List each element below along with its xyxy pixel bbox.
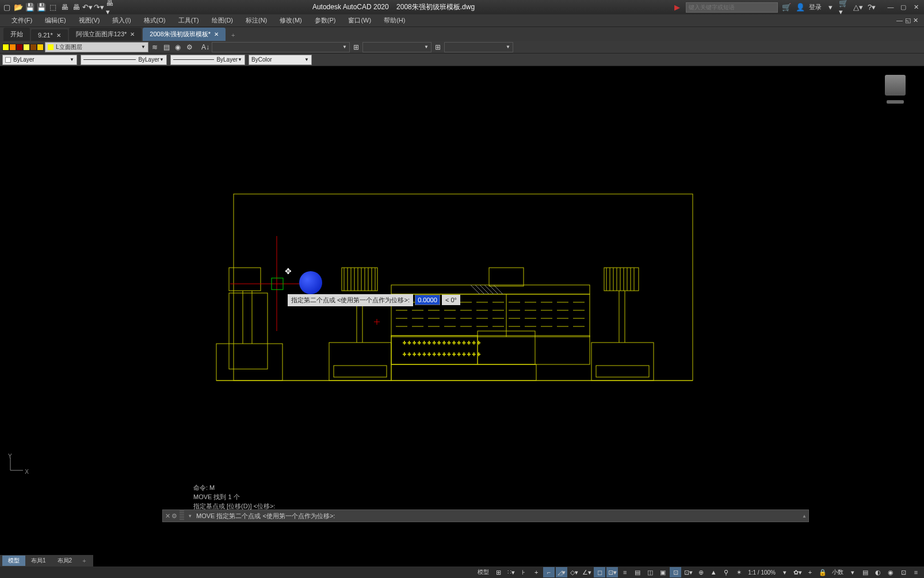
color-swatch[interactable] bbox=[9, 44, 16, 51]
menu-draw[interactable]: 绘图(D) bbox=[206, 14, 239, 26]
print-icon[interactable]: 🖶 bbox=[71, 3, 81, 12]
text-icon[interactable]: A↓ bbox=[200, 42, 211, 52]
filetab-library[interactable]: 阿强立面图库123*✕ bbox=[69, 28, 142, 41]
dim-icon[interactable]: ⊞ bbox=[351, 42, 361, 52]
saveas-icon[interactable]: 💾 bbox=[37, 3, 46, 12]
filetab-921[interactable]: 9.21*✕ bbox=[31, 29, 68, 41]
layer-prev-icon[interactable]: ◉ bbox=[173, 42, 183, 52]
layer-match-icon[interactable]: ▤ bbox=[161, 42, 171, 52]
login-link[interactable]: 登录 bbox=[809, 3, 822, 12]
drawing-canvas[interactable]: + + + + + + + + + + + + + + + + + + + + … bbox=[0, 66, 924, 483]
filetab-add-button[interactable]: + bbox=[227, 29, 239, 41]
menu-window[interactable]: 窗口(W) bbox=[342, 14, 377, 26]
menu-help[interactable]: 帮助(H) bbox=[378, 14, 411, 26]
dropdown-login-icon[interactable]: ▾ bbox=[825, 2, 835, 13]
hwaccel-toggle[interactable]: ◐ bbox=[872, 567, 884, 577]
status-model[interactable]: 模型 bbox=[475, 568, 491, 576]
selection-filter[interactable]: ⊡▾ bbox=[682, 567, 694, 577]
exchange-icon[interactable]: 🛒 bbox=[781, 2, 792, 13]
dyninput-toggle[interactable]: + bbox=[530, 567, 542, 577]
layouttab-model[interactable]: 模型 bbox=[2, 556, 25, 566]
user-icon[interactable]: 👤 bbox=[795, 2, 805, 13]
cmdline-config-icon[interactable]: ⚙ bbox=[171, 512, 177, 520]
minimize-button[interactable]: — bbox=[885, 3, 896, 11]
save-icon[interactable]: 💾 bbox=[25, 3, 35, 12]
maximize-button[interactable]: ▢ bbox=[898, 3, 909, 11]
dyn-distance-input[interactable] bbox=[415, 295, 440, 305]
customize-button[interactable]: ≡ bbox=[910, 567, 922, 577]
infer-toggle[interactable]: ⊦ bbox=[518, 567, 529, 577]
menu-modify[interactable]: 修改(M) bbox=[274, 14, 308, 26]
dim-style-combo[interactable]: ▼ bbox=[362, 42, 432, 52]
plot-icon[interactable]: 🖶 bbox=[60, 3, 69, 12]
annoscale-toggle[interactable]: ▲ bbox=[708, 567, 719, 577]
2dosnap-toggle[interactable]: ⊡▾ bbox=[606, 567, 618, 577]
viewcube-compass[interactable] bbox=[887, 100, 904, 104]
snap-toggle[interactable]: ∷▾ bbox=[505, 567, 517, 577]
cmdline-recent-icon[interactable]: ▾ bbox=[186, 513, 194, 519]
units-toggle[interactable]: 🔒 bbox=[817, 567, 828, 577]
cart-icon[interactable]: 🛒▾ bbox=[839, 2, 849, 13]
undo-icon[interactable]: ↶▾ bbox=[83, 3, 92, 12]
autoscale-toggle[interactable]: ✶ bbox=[733, 567, 744, 577]
cleanscreen-toggle[interactable]: ⊡ bbox=[898, 567, 909, 577]
3dosnap-toggle[interactable]: ▣ bbox=[657, 567, 669, 577]
lineweight-combo[interactable]: ByLayer ▼ bbox=[170, 55, 245, 65]
status-scale[interactable]: 1:1 / 100% bbox=[746, 569, 778, 576]
help-search-input[interactable] bbox=[686, 2, 778, 13]
table-icon[interactable]: ⊞ bbox=[433, 42, 443, 52]
menu-format[interactable]: 格式(O) bbox=[138, 14, 171, 26]
gizmo-toggle[interactable]: ⊕ bbox=[695, 567, 707, 577]
doc-restore[interactable]: ◱ bbox=[905, 17, 911, 24]
doc-close[interactable]: ✕ bbox=[913, 17, 918, 24]
dyn-ucs-toggle[interactable]: ⊡ bbox=[670, 567, 681, 577]
layer-combo[interactable]: L立面图层 ▼ bbox=[45, 42, 148, 52]
cmdline-close-icon[interactable]: ✕ bbox=[165, 512, 170, 520]
color-swatch[interactable] bbox=[16, 44, 23, 51]
color-combo[interactable]: ByLayer ▼ bbox=[2, 55, 77, 65]
close-icon[interactable]: ✕ bbox=[130, 31, 135, 37]
ortho-toggle[interactable]: ⌐ bbox=[543, 567, 555, 577]
isolate-toggle[interactable]: ◉ bbox=[885, 567, 896, 577]
menu-parametric[interactable]: 参数(P) bbox=[309, 14, 342, 26]
anno-monitor[interactable]: + bbox=[804, 567, 816, 577]
menu-dimension[interactable]: 标注(N) bbox=[240, 14, 273, 26]
menu-file[interactable]: 文件(F) bbox=[6, 14, 38, 26]
close-icon[interactable]: ✕ bbox=[56, 32, 61, 39]
annovisibility-toggle[interactable]: ⚲ bbox=[720, 567, 732, 577]
osnap-toggle[interactable]: ∠▾ bbox=[581, 567, 593, 577]
workspace-switch[interactable]: ✿▾ bbox=[792, 567, 803, 577]
help-icon[interactable]: ?▾ bbox=[866, 2, 877, 13]
web-icon[interactable]: ⬚ bbox=[48, 3, 58, 12]
layer-state-icon[interactable]: ⚙ bbox=[184, 42, 194, 52]
text-style-combo[interactable]: ▼ bbox=[212, 42, 350, 52]
filetab-start[interactable]: 开始 bbox=[3, 28, 30, 41]
plotstyle-combo[interactable]: ByColor ▼ bbox=[249, 55, 312, 65]
iso-toggle[interactable]: ◇▾ bbox=[568, 567, 580, 577]
grid-toggle[interactable]: ⊞ bbox=[492, 567, 504, 577]
table-style-combo[interactable]: ▼ bbox=[444, 42, 513, 52]
redo-icon[interactable]: ↷▾ bbox=[94, 3, 104, 12]
color-swatch[interactable] bbox=[23, 44, 30, 51]
quickprops-toggle[interactable]: ▤ bbox=[860, 567, 871, 577]
cmdline-prompt[interactable]: MOVE 指定第二个点或 <使用第一个点作为位移>: bbox=[194, 512, 800, 520]
polar-toggle[interactable]: ◿▾ bbox=[556, 567, 567, 577]
status-precision[interactable]: 小数 bbox=[830, 568, 846, 576]
linetype-combo[interactable]: ByLayer ▼ bbox=[81, 55, 167, 65]
view-cube[interactable] bbox=[884, 75, 907, 107]
units-dropdown[interactable]: ▾ bbox=[847, 567, 858, 577]
viewcube-face[interactable] bbox=[885, 75, 906, 96]
color-swatch[interactable] bbox=[2, 44, 9, 51]
layouttab-add-button[interactable]: + bbox=[78, 556, 90, 565]
cmdline-scroll-up-icon[interactable]: ▲ bbox=[800, 514, 808, 519]
color-swatch[interactable] bbox=[37, 44, 44, 51]
doc-minimize[interactable]: — bbox=[896, 17, 903, 24]
layouttab-layout2[interactable]: 布局2 bbox=[52, 556, 78, 566]
cycling-toggle[interactable]: ◫ bbox=[644, 567, 656, 577]
menu-view[interactable]: 视图(V) bbox=[73, 14, 106, 26]
new-icon[interactable]: ▢ bbox=[2, 3, 12, 12]
color-swatch[interactable] bbox=[30, 44, 37, 51]
cmdline-grip[interactable] bbox=[180, 511, 184, 521]
lineweight-toggle[interactable]: ≡ bbox=[619, 567, 631, 577]
otrack-toggle[interactable]: ◻ bbox=[594, 567, 605, 577]
